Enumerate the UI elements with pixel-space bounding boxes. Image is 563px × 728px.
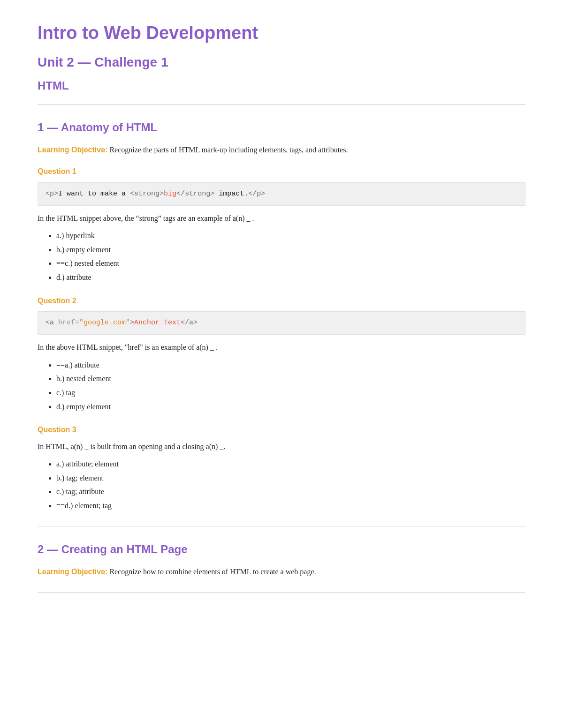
answer-list-q1: a.) hyperlinkb.) empty element==c.) nest… (38, 230, 525, 283)
question-text-q2: In the above HTML snippet, "href" is an … (38, 341, 525, 353)
code-block-q1: <p>I want to make a <strong>big</strong>… (38, 182, 525, 206)
unit-title: Unit 2 — Challenge 1 (38, 52, 525, 73)
question-text-q3: In HTML, a(n) _ is built from an opening… (38, 441, 525, 453)
question-label-q1: Question 1 (38, 165, 525, 178)
answer-item-q2-1: b.) nested element (56, 373, 525, 385)
answer-item-q1-1: b.) empty element (56, 244, 525, 256)
question-block-q3: Question 3In HTML, a(n) _ is built from … (38, 424, 525, 512)
code-anchor-text: Anchor Text (134, 319, 181, 327)
learning-objective-label-section1: Learning Objective: (38, 146, 107, 154)
sections-container: 1 — Anatomy of HTMLLearning Objective: R… (38, 119, 525, 593)
answer-item-q2-2: c.) tag (56, 387, 525, 399)
code-block-q2: <a href="google.com">Anchor Text</a> (38, 311, 525, 335)
learning-objective-section1: Learning Objective: Recognize the parts … (38, 144, 525, 156)
answer-item-q2-3: d.) empty element (56, 401, 525, 413)
code-tag-a-close-bracket: > (130, 319, 134, 327)
answer-list-q2: ==a.) attributeb.) nested elementc.) tag… (38, 359, 525, 413)
question-block-q2: Question 2<a href="google.com">Anchor Te… (38, 295, 525, 413)
page-header: Intro to Web Development Unit 2 — Challe… (38, 19, 525, 105)
answer-item-q1-2: ==c.) nested element (56, 257, 525, 270)
subject-title: HTML (38, 77, 525, 95)
code-tag-a: <a (46, 319, 58, 327)
answer-item-q3-0: a.) attribute; element (56, 458, 525, 470)
answer-item-q3-1: b.) tag; element (56, 472, 525, 484)
course-title: Intro to Web Development (38, 19, 525, 47)
question-label-q2: Question 2 (38, 295, 525, 307)
section-heading-section1: 1 — Anatomy of HTML (38, 119, 525, 136)
question-block-q1: Question 1<p>I want to make a <strong>bi… (38, 165, 525, 284)
code-attr-name: href= (58, 319, 79, 327)
learning-objective-text-section1: Recognize the parts of HTML mark-up incl… (107, 146, 348, 154)
code-tag-strong-open: <strong> (130, 190, 164, 198)
answer-item-q1-3: d.) attribute (56, 271, 525, 284)
code-text-after: impact. (214, 190, 248, 198)
answer-item-q3-2: c.) tag; attribute (56, 486, 525, 498)
question-label-q3: Question 3 (38, 424, 525, 436)
answer-item-q1-0: a.) hyperlink (56, 230, 525, 242)
learning-objective-text-section2: Recognize how to combine elements of HTM… (107, 568, 316, 576)
section-heading-section2: 2 — Creating an HTML Page (38, 540, 525, 558)
code-tag-p-close: </p> (248, 190, 265, 198)
section-section1: 1 — Anatomy of HTMLLearning Objective: R… (38, 119, 525, 512)
code-text: I want to make a (58, 190, 130, 198)
section-section2: 2 — Creating an HTML PageLearning Object… (38, 540, 525, 578)
section-divider-0 (38, 526, 525, 526)
answer-item-q2-0: ==a.) attribute (56, 359, 525, 371)
code-strong-text: big (164, 190, 176, 198)
answer-list-q3: a.) attribute; elementb.) tag; elementc.… (38, 458, 525, 511)
code-attr-value: "google.com" (79, 319, 130, 327)
learning-objective-section2: Learning Objective: Recognize how to com… (38, 566, 525, 578)
code-tag-a-end: </a> (181, 319, 198, 327)
section-divider-1 (38, 592, 525, 593)
header-divider (38, 104, 525, 105)
code-tag: <p> (46, 190, 58, 198)
code-tag-strong-close: </strong> (176, 190, 214, 198)
answer-item-q3-3: ==d.) element; tag (56, 500, 525, 512)
question-text-q1: In the HTML snippet above, the “strong” … (38, 212, 525, 225)
learning-objective-label-section2: Learning Objective: (38, 568, 107, 576)
